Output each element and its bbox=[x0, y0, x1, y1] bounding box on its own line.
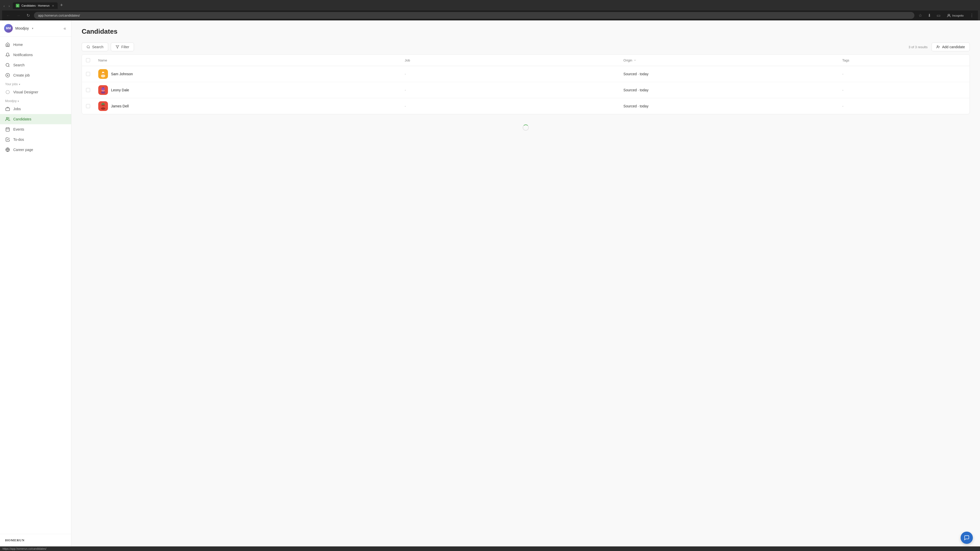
candidate-name-3: James Dell bbox=[111, 104, 129, 108]
header-origin[interactable]: Origin bbox=[619, 55, 838, 66]
globe-icon bbox=[5, 147, 10, 152]
table-row[interactable]: James Dell - Sourced · today - bbox=[82, 98, 969, 114]
svg-rect-11 bbox=[6, 108, 10, 111]
header-tags: Tags bbox=[838, 55, 969, 66]
address-bar[interactable] bbox=[34, 12, 915, 19]
download-button[interactable]: ⬇ bbox=[926, 12, 933, 19]
create-job-label: Create job bbox=[13, 73, 30, 77]
candidate-name-2: Leony Dale bbox=[111, 88, 129, 92]
career-page-label: Career page bbox=[13, 148, 33, 152]
sidebar: MM Moodjoy ▾ « Home Notifications bbox=[0, 21, 72, 546]
candidate-name-cell-2[interactable]: Leony Dale bbox=[94, 82, 401, 98]
main-content: Candidates Search Filter 3 of 3 results … bbox=[72, 21, 980, 546]
filter-button-label: Filter bbox=[121, 45, 129, 49]
new-tab-button[interactable]: + bbox=[58, 2, 65, 9]
svg-point-35 bbox=[103, 88, 105, 89]
briefcase-icon bbox=[5, 106, 10, 111]
candidate-tags-2: - bbox=[838, 82, 969, 98]
chat-button[interactable] bbox=[961, 532, 973, 544]
row-checkbox-3[interactable] bbox=[82, 98, 94, 114]
company-section[interactable]: Moodjoy ▾ bbox=[0, 97, 71, 104]
candidate-avatar-3 bbox=[98, 101, 108, 111]
reload-button[interactable]: ↻ bbox=[24, 12, 32, 19]
sidebar-item-career-page[interactable]: Career page bbox=[0, 144, 71, 155]
svg-point-3 bbox=[948, 14, 948, 15]
row-checkbox-2[interactable] bbox=[82, 82, 94, 98]
forward-button[interactable]: → bbox=[14, 12, 22, 19]
svg-rect-44 bbox=[102, 106, 104, 107]
svg-point-5 bbox=[6, 63, 9, 66]
your-jobs-section[interactable]: Your jobs ▾ bbox=[0, 80, 71, 87]
add-candidate-button[interactable]: Add candidate bbox=[932, 43, 970, 51]
status-bar: https://app.homerun.co/candidates/ bbox=[0, 546, 980, 551]
sidebar-item-todos[interactable]: To-dos bbox=[0, 135, 71, 144]
table-row[interactable]: Sam Johnson - Sourced · today - bbox=[82, 66, 969, 82]
svg-point-29 bbox=[104, 72, 105, 73]
add-candidate-label: Add candidate bbox=[942, 45, 965, 49]
sidebar-toggle-button[interactable]: ▭ bbox=[935, 12, 942, 19]
svg-point-34 bbox=[102, 88, 103, 89]
sidebar-item-jobs[interactable]: Jobs bbox=[0, 104, 71, 114]
status-url: https://app.homerun.co/candidates/ bbox=[3, 547, 46, 550]
home-label: Home bbox=[13, 43, 23, 47]
sidebar-footer: HOMERUN bbox=[0, 534, 71, 546]
header-job: Job bbox=[401, 55, 619, 66]
svg-point-27 bbox=[101, 75, 105, 77]
calendar-icon bbox=[5, 127, 10, 132]
sidebar-collapse-button[interactable]: « bbox=[62, 25, 67, 32]
incognito-label: Incognito bbox=[952, 14, 964, 17]
tab-nav-forward[interactable]: › bbox=[7, 3, 11, 9]
sidebar-item-search[interactable]: Search bbox=[0, 60, 71, 70]
svg-point-19 bbox=[87, 46, 89, 48]
circle-dashed-icon bbox=[5, 89, 10, 95]
toolbar-right: 3 of 3 results Add candidate bbox=[908, 43, 970, 51]
main-nav: Home Notifications Search bbox=[0, 37, 71, 158]
svg-point-4 bbox=[950, 14, 950, 15]
table-row[interactable]: Leony Dale - Sourced · today - bbox=[82, 82, 969, 98]
back-button[interactable]: ← bbox=[4, 12, 12, 19]
page-header: Candidates bbox=[72, 21, 980, 40]
bookmark-button[interactable]: ☆ bbox=[916, 12, 924, 19]
sidebar-item-notifications[interactable]: Notifications bbox=[0, 50, 71, 60]
candidate-avatar-2 bbox=[98, 85, 108, 95]
loading-area bbox=[72, 114, 980, 141]
active-tab[interactable]: H Candidates · Homerun × bbox=[13, 2, 58, 9]
homerun-logo: HOMERUN bbox=[5, 538, 66, 542]
incognito-button[interactable]: Incognito bbox=[944, 12, 966, 19]
svg-point-12 bbox=[6, 118, 8, 119]
visual-designer-label: Visual Designer bbox=[13, 90, 38, 94]
row-checkbox-1[interactable] bbox=[82, 66, 94, 82]
candidate-job-2: - bbox=[401, 82, 619, 98]
tab-nav-back[interactable]: ‹ bbox=[2, 3, 6, 9]
bell-icon bbox=[5, 52, 10, 57]
user-menu-chevron: ▾ bbox=[32, 27, 33, 30]
sidebar-item-events[interactable]: Events bbox=[0, 124, 71, 135]
candidate-tags-3: - bbox=[838, 98, 969, 114]
svg-point-42 bbox=[103, 103, 104, 104]
select-all-checkbox[interactable] bbox=[86, 58, 90, 62]
tab-favicon: H bbox=[16, 4, 19, 7]
svg-point-40 bbox=[102, 103, 103, 105]
candidate-origin-2: Sourced · today bbox=[619, 82, 838, 98]
svg-line-20 bbox=[89, 48, 90, 48]
tab-close-button[interactable]: × bbox=[52, 4, 55, 7]
candidate-name-cell-3[interactable]: James Dell bbox=[94, 98, 401, 114]
sidebar-item-create-job[interactable]: Create job bbox=[0, 70, 71, 80]
candidate-origin-1: Sourced · today bbox=[619, 66, 838, 82]
header-name: Name bbox=[94, 55, 401, 66]
todos-label: To-dos bbox=[13, 138, 24, 141]
user-menu[interactable]: MM Moodjoy ▾ bbox=[4, 24, 33, 33]
sidebar-item-candidates[interactable]: Candidates bbox=[0, 114, 71, 124]
sidebar-item-visual-designer[interactable]: Visual Designer bbox=[0, 87, 71, 97]
menu-button[interactable]: ⋮ bbox=[968, 12, 976, 19]
filter-button[interactable]: Filter bbox=[111, 43, 134, 51]
results-count: 3 of 3 results bbox=[908, 45, 928, 49]
plus-circle-icon bbox=[5, 73, 10, 78]
company-chevron: ▾ bbox=[18, 100, 19, 103]
candidate-name-cell-1[interactable]: Sam Johnson bbox=[94, 66, 401, 82]
sidebar-item-home[interactable]: Home bbox=[0, 40, 71, 50]
search-button[interactable]: Search bbox=[82, 43, 108, 51]
page-title: Candidates bbox=[82, 27, 970, 35]
svg-point-37 bbox=[101, 91, 105, 94]
toolbar-left: Search Filter bbox=[82, 43, 134, 51]
